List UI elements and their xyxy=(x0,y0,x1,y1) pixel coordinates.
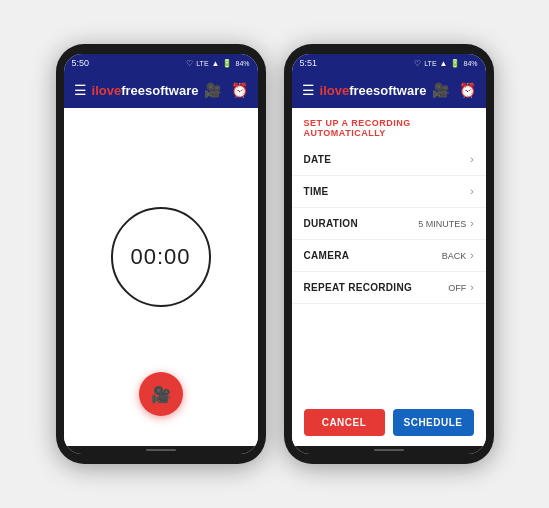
phone-1-battery-icon: 🔋 xyxy=(222,59,232,68)
duration-label: DURATION xyxy=(304,218,358,229)
phone-2: 5:51 ♡ LTE ▲ 🔋 84% ☰ ilovefreesoftware 🎥… xyxy=(284,44,494,464)
phone-2-camera-tab-icon[interactable]: 🎥 xyxy=(432,82,449,98)
phone-1-screen: 5:50 ♡ LTE ▲ 🔋 84% ☰ ilovefreesoftware 🎥… xyxy=(64,54,258,454)
phone-2-screen: 5:51 ♡ LTE ▲ 🔋 84% ☰ ilovefreesoftware 🎥… xyxy=(292,54,486,454)
schedule-row-date[interactable]: DATE › xyxy=(292,144,486,176)
duration-chevron-icon: › xyxy=(470,218,473,229)
camera-tab-icon[interactable]: 🎥 xyxy=(204,82,221,98)
phone-1-lte: LTE xyxy=(196,60,208,67)
repeat-chevron-icon: › xyxy=(470,282,473,293)
phone-1-battery-pct: 84% xyxy=(235,60,249,67)
phone-1-signal-icon: ▲ xyxy=(212,59,220,68)
phone-2-bottom-bar xyxy=(292,446,486,454)
date-value: › xyxy=(470,154,473,165)
phone-1-bottom-bar xyxy=(64,446,258,454)
schedule-row-repeat[interactable]: REPEAT RECORDING OFF › xyxy=(292,272,486,304)
phone-1-appbar: ☰ ilovefreesoftware 🎥 ⏰ xyxy=(64,72,258,108)
phone-2-app-title: ilovefreesoftware xyxy=(320,83,427,98)
schedule-content: SET UP A RECORDING AUTOMATICALLY DATE › … xyxy=(292,108,486,446)
phone-1: 5:50 ♡ LTE ▲ 🔋 84% ☰ ilovefreesoftware 🎥… xyxy=(56,44,266,464)
camera-chevron-icon: › xyxy=(470,250,473,261)
duration-text: 5 MINUTES xyxy=(418,219,466,229)
schedule-row-camera[interactable]: CAMERA BACK › xyxy=(292,240,486,272)
record-button-icon: 🎥 xyxy=(151,385,171,404)
duration-value: 5 MINUTES › xyxy=(418,218,473,229)
phone-2-signal-icon: ▲ xyxy=(440,59,448,68)
phone-1-time: 5:50 xyxy=(72,58,90,68)
hamburger-icon[interactable]: ☰ xyxy=(74,82,87,98)
schedule-row-duration[interactable]: DURATION 5 MINUTES › xyxy=(292,208,486,240)
phone-1-bottom-indicator xyxy=(146,449,176,451)
schedule-heading: SET UP A RECORDING AUTOMATICALLY xyxy=(292,108,486,144)
repeat-value: OFF › xyxy=(448,282,473,293)
timer-content: 00:00 🎥 xyxy=(64,108,258,446)
schedule-buttons: CANCEL SCHEDULE xyxy=(292,399,486,446)
time-label: TIME xyxy=(304,186,329,197)
time-value: › xyxy=(470,186,473,197)
phone-2-battery-pct: 84% xyxy=(463,60,477,67)
phone-2-bottom-indicator xyxy=(374,449,404,451)
phone-2-status-right: ♡ LTE ▲ 🔋 84% xyxy=(414,59,477,68)
phone-2-appbar-icons: 🎥 ⏰ xyxy=(432,82,476,98)
phone-2-time: 5:51 xyxy=(300,58,318,68)
time-chevron-icon: › xyxy=(470,186,473,197)
schedule-row-time[interactable]: TIME › xyxy=(292,176,486,208)
date-chevron-icon: › xyxy=(470,154,473,165)
phone-1-heart-icon: ♡ xyxy=(186,59,193,68)
phone-2-lte: LTE xyxy=(424,60,436,67)
phones-container: 5:50 ♡ LTE ▲ 🔋 84% ☰ ilovefreesoftware 🎥… xyxy=(56,44,494,464)
camera-text: BACK xyxy=(442,251,467,261)
cancel-button[interactable]: CANCEL xyxy=(304,409,385,436)
phone-1-app-title: ilovefreesoftware xyxy=(92,83,199,98)
phone-2-alarm-tab-icon[interactable]: ⏰ xyxy=(459,82,476,98)
phone-2-status-bar: 5:51 ♡ LTE ▲ 🔋 84% xyxy=(292,54,486,72)
phone-2-appbar: ☰ ilovefreesoftware 🎥 ⏰ xyxy=(292,72,486,108)
phone-2-hamburger-icon[interactable]: ☰ xyxy=(302,82,315,98)
date-label: DATE xyxy=(304,154,332,165)
timer-display: 00:00 xyxy=(130,244,190,270)
camera-value: BACK › xyxy=(442,250,474,261)
schedule-button[interactable]: SCHEDULE xyxy=(393,409,474,436)
phone-1-status-bar: 5:50 ♡ LTE ▲ 🔋 84% xyxy=(64,54,258,72)
phone-2-heart-icon: ♡ xyxy=(414,59,421,68)
phone-2-battery-icon: 🔋 xyxy=(450,59,460,68)
record-button[interactable]: 🎥 xyxy=(139,372,183,416)
phone-1-status-right: ♡ LTE ▲ 🔋 84% xyxy=(186,59,249,68)
alarm-tab-icon[interactable]: ⏰ xyxy=(231,82,248,98)
repeat-text: OFF xyxy=(448,283,466,293)
phone-1-appbar-icons: 🎥 ⏰ xyxy=(204,82,248,98)
repeat-label: REPEAT RECORDING xyxy=(304,282,413,293)
camera-label: CAMERA xyxy=(304,250,350,261)
timer-circle: 00:00 xyxy=(111,207,211,307)
